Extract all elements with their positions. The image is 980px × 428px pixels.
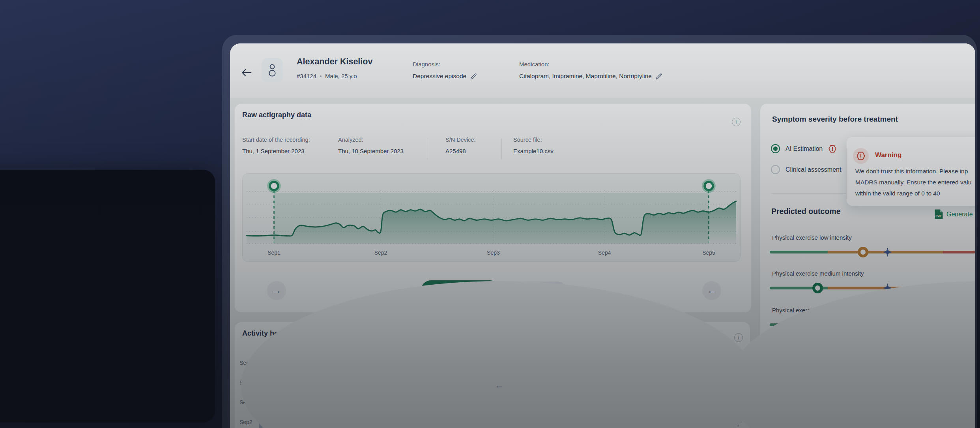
diagnosis-value: Depressive episode [413, 73, 466, 80]
edit-medication-button[interactable] [656, 73, 662, 80]
radio-label: Clinical assessment [785, 166, 841, 173]
generate-pdf-label: Generate PDF [946, 211, 975, 218]
card-title: Circadian profile [594, 329, 650, 338]
slider-label: Physical exercise medium intensity [772, 270, 864, 277]
edit-diagnosis-button[interactable] [470, 73, 477, 80]
heatmap-row [259, 413, 389, 428]
peaks-troughs-plot: Sep5Sep4Sep3Sep2 [407, 322, 574, 428]
reset-button[interactable]: Reset [512, 282, 567, 300]
card-title: Activity heatmap [242, 329, 299, 338]
trough-marker [450, 400, 456, 406]
raw-actigraphy-card: Raw actigraphy data i Start date of the … [234, 103, 752, 313]
heatmap-row [259, 394, 389, 411]
peaks-row-label: Sep4 [411, 380, 425, 386]
x-axis-label: Sep2 [374, 250, 387, 256]
heatmap-row-label: Sep4 [239, 379, 252, 386]
edit-pencil-icon [470, 73, 477, 80]
peak-marker [521, 419, 527, 426]
baseline-diamond-marker [883, 283, 892, 293]
slider-value-handle[interactable] [954, 391, 964, 402]
snri-warning: SNRI (value > 40) [771, 417, 839, 428]
actigraphy-chart[interactable]: Sep1Sep2Sep3Sep4Sep5 [242, 173, 741, 262]
heatmap-row [259, 354, 389, 372]
activity-heatmap-card: Activity heatmap i Sep5Sep4Sep3Sep2 [234, 322, 398, 428]
trough-marker [471, 419, 477, 425]
peak-marker [516, 399, 522, 406]
patient-demographics: Male, 25 y.o [325, 73, 357, 79]
warning-text-line: within the valid range of 0 to 40 [855, 190, 940, 197]
analyze-data-button[interactable]: Analyze data [421, 280, 500, 300]
warning-text-line: We don't trust this information. Please … [855, 168, 968, 175]
medication-value: Citalopram, Imipramine, Maprotiline, Nor… [519, 73, 652, 80]
trough-marker [458, 361, 464, 367]
edit-pencil-icon [656, 73, 662, 80]
x-axis-label: Sep5 [702, 250, 715, 256]
peaks-row-label: Sep2 [411, 419, 425, 425]
meta-device: S/N Device: A25498 [445, 137, 476, 154]
info-icon[interactable]: i [732, 118, 741, 126]
generate-pdf-button[interactable]: PDF Generate PDF [934, 209, 975, 220]
medication-label: Medication: [519, 61, 550, 68]
back-button[interactable] [239, 65, 254, 81]
medication-value-row: Citalopram, Imipramine, Maprotiline, Nor… [519, 73, 662, 80]
card-title: Raw actigraphy data [242, 111, 311, 119]
range-handle[interactable] [705, 182, 713, 190]
svg-text:PDF: PDF [936, 214, 942, 218]
patient-header: Alexander Kiseliov #34124 Male, 25 y.o D… [230, 43, 975, 98]
app-window: Alexander Kiseliov #34124 Male, 25 y.o D… [230, 43, 975, 428]
baseline-diamond-marker [883, 392, 892, 401]
scroll-right-button[interactable]: → [267, 281, 286, 300]
slider-value-handle[interactable] [849, 355, 860, 366]
patient-subline: #34124 Male, 25 y.o [297, 73, 357, 79]
snri-warning-label: SNRI (value > 40) [788, 419, 839, 426]
range-handle[interactable] [270, 182, 278, 190]
predicted-outcome-title: Predicted outcome [771, 207, 841, 216]
meta-divider [501, 139, 502, 159]
radio-label: AI Estimation [785, 145, 823, 152]
screenshot-stage: Alexander Kiseliov #34124 Male, 25 y.o D… [0, 0, 980, 428]
radio-option-ai-estimation[interactable]: AI Estimation [771, 144, 837, 153]
slider-value-handle[interactable] [808, 319, 819, 330]
warning-hexagon-icon [828, 145, 837, 153]
warning-card: Warning We don't trust this information.… [847, 137, 975, 206]
info-icon[interactable]: i [734, 333, 743, 342]
meta-analyzed: Analyzed: Thu, 10 September 2023 [338, 137, 404, 154]
heatmap-row-label: Sep3 [239, 399, 252, 405]
circadian-plot [590, 351, 752, 428]
slider-value-handle[interactable] [812, 283, 823, 293]
slider-label: Physical exercise low intensity [772, 234, 852, 241]
baseline-diamond-marker [883, 320, 892, 329]
radio-icon[interactable] [771, 165, 780, 174]
warning-text-line: MADRS manually. Ensure the entered valu [855, 179, 971, 186]
outcome-slider-track[interactable] [770, 359, 975, 362]
warning-hexagon-icon [853, 148, 869, 164]
outcome-slider-track[interactable] [770, 251, 975, 253]
outcome-slider-track[interactable] [770, 287, 975, 289]
warning-title: Warning [875, 151, 901, 159]
heatmap-row-label: Sep5 [239, 360, 252, 366]
x-axis-label: Sep4 [598, 250, 611, 256]
person-icon [266, 63, 278, 78]
slider-label: Physical exercise high intensity [772, 307, 854, 313]
outcome-slider-track[interactable] [770, 395, 975, 398]
slider-label: CBT [772, 342, 784, 349]
x-axis-label: Sep1 [267, 250, 281, 256]
slider-label: SSRI [772, 379, 786, 385]
peaks-row-label: Sep5 [411, 360, 425, 367]
avatar [262, 58, 283, 83]
radio-option-clinical-assessment[interactable]: Clinical assessment [771, 165, 841, 174]
scroll-left-button-2[interactable]: ← [702, 281, 721, 300]
diagnosis-value-row: Depressive episode [413, 73, 477, 80]
meta-start-date: Start date of the recording: Thu, 1 Sept… [242, 137, 310, 154]
separator-dot [320, 75, 322, 77]
baseline-diamond-marker [883, 356, 892, 365]
slider-value-handle[interactable] [858, 247, 868, 257]
peak-marker [525, 379, 531, 387]
trough-marker [450, 380, 456, 386]
peak-marker [512, 360, 518, 367]
info-icon[interactable]: i [381, 333, 389, 342]
warning-hexagon-filled-icon [771, 417, 783, 428]
outcome-slider-track[interactable] [770, 323, 975, 326]
peaks-row-label: Sep3 [411, 400, 425, 406]
radio-icon[interactable] [771, 144, 780, 153]
